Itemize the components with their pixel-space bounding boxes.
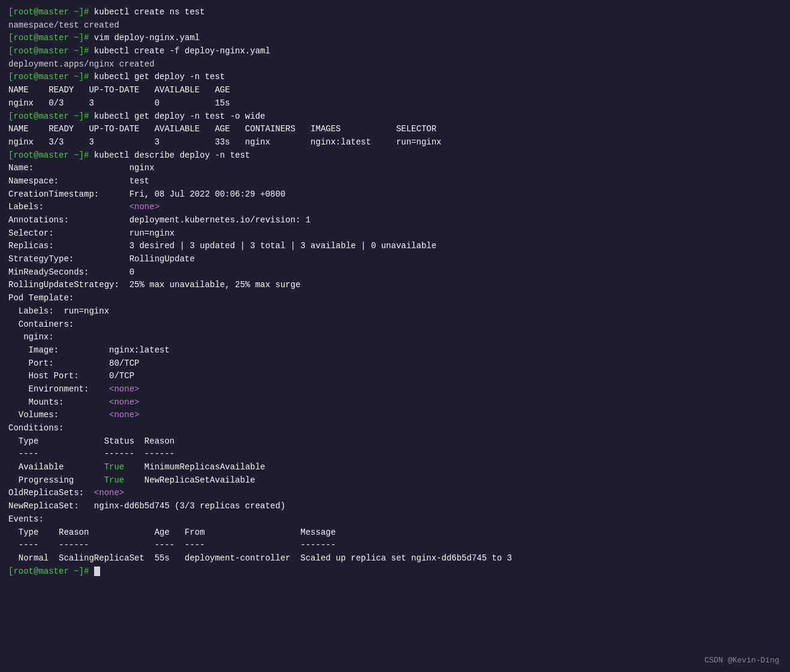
wide-table-row: nginx 3/3 3 3 33s nginx nginx:latest run…	[8, 136, 782, 149]
desc-env: Environment: <none>	[8, 383, 782, 396]
prompt: [root@master ~]#	[8, 33, 94, 43]
desc-rolling: RollingUpdateStrategy: 25% max unavailab…	[8, 279, 782, 292]
desc-containers: Containers:	[8, 318, 782, 332]
line-5: deployment.apps/nginx created	[8, 58, 782, 71]
desc-selector: Selector: run=nginx	[8, 227, 782, 240]
table-header-1: NAME READY UP-TO-DATE AVAILABLE AGE	[8, 84, 782, 97]
prompt: [root@master ~]#	[8, 72, 94, 82]
watermark: CSDN @Kevin-Ding	[704, 656, 779, 665]
prompt: [root@master ~]#	[8, 46, 94, 56]
desc-annotations: Annotations: deployment.kubernetes.io/re…	[8, 214, 782, 227]
desc-pod-labels: Labels: run=nginx	[8, 305, 782, 318]
prompt: [root@master ~]#	[8, 7, 94, 17]
line-4: [root@master ~]# kubectl create -f deplo…	[8, 45, 782, 58]
desc-nginx-name: nginx:	[8, 331, 782, 344]
desc-events-sep: ---- ------ ---- ---- -------	[8, 539, 782, 552]
cmd: vim deploy-nginx.yaml	[94, 33, 200, 43]
line-6: [root@master ~]# kubectl get deploy -n t…	[8, 71, 782, 84]
desc-cond-available: Available True MinimumReplicasAvailable	[8, 461, 782, 474]
desc-newrs: NewReplicaSet: nginx-dd6b5d745 (3/3 repl…	[8, 500, 782, 513]
desc-volumes: Volumes: <none>	[8, 409, 782, 422]
line-9: [root@master ~]# kubectl get deploy -n t…	[8, 110, 782, 123]
terminal: [root@master ~]# kubectl create ns test …	[0, 0, 790, 672]
desc-minready: MinReadySeconds: 0	[8, 266, 782, 279]
output: deployment.apps/nginx created	[8, 59, 155, 69]
desc-image: Image: nginx:latest	[8, 344, 782, 357]
desc-strategy: StrategyType: RollingUpdate	[8, 253, 782, 266]
desc-name: Name: nginx	[8, 162, 782, 175]
line-1: [root@master ~]# kubectl create ns test	[8, 6, 782, 19]
line-2: namespace/test created	[8, 19, 782, 32]
prompt-final: [root@master ~]#	[8, 566, 94, 576]
desc-conditions-header: Type Status Reason	[8, 435, 782, 448]
cmd: kubectl get deploy -n test	[94, 72, 225, 82]
desc-cond-progressing: Progressing True NewReplicaSetAvailable	[8, 474, 782, 487]
wide-table-header: NAME READY UP-TO-DATE AVAILABLE AGE CONT…	[8, 123, 782, 136]
desc-replicas: Replicas: 3 desired | 3 updated | 3 tota…	[8, 240, 782, 253]
prompt: [root@master ~]#	[8, 112, 94, 121]
desc-port: Port: 80/TCP	[8, 357, 782, 370]
line-3: [root@master ~]# vim deploy-nginx.yaml	[8, 32, 782, 45]
desc-events-header: Type Reason Age From Message	[8, 526, 782, 540]
desc-pod-template: Pod Template:	[8, 292, 782, 305]
cmd: kubectl create ns test	[94, 7, 205, 17]
line-12: [root@master ~]# kubectl describe deploy…	[8, 149, 782, 162]
final-prompt: [root@master ~]#	[8, 565, 782, 578]
desc-conditions-title: Conditions:	[8, 422, 782, 435]
desc-hostport: Host Port: 0/TCP	[8, 370, 782, 383]
cmd: kubectl create -f deploy-nginx.yaml	[94, 46, 270, 56]
desc-events-row: Normal ScalingReplicaSet 55s deployment-…	[8, 552, 782, 565]
desc-conditions-sep: ---- ------ ------	[8, 448, 782, 461]
table-row-1: nginx 0/3 3 0 15s	[8, 97, 782, 110]
cmd: kubectl describe deploy -n test	[94, 150, 250, 160]
desc-creation: CreationTimestamp: Fri, 08 Jul 2022 00:0…	[8, 188, 782, 201]
cmd: kubectl get deploy -n test -o wide	[94, 112, 266, 121]
desc-events-title: Events:	[8, 513, 782, 526]
cursor	[94, 566, 100, 576]
desc-namespace: Namespace: test	[8, 175, 782, 188]
prompt: [root@master ~]#	[8, 150, 94, 160]
desc-mounts: Mounts: <none>	[8, 396, 782, 409]
desc-labels: Labels: <none>	[8, 201, 782, 214]
output: namespace/test created	[8, 20, 119, 30]
desc-oldrs: OldReplicaSets: <none>	[8, 487, 782, 500]
